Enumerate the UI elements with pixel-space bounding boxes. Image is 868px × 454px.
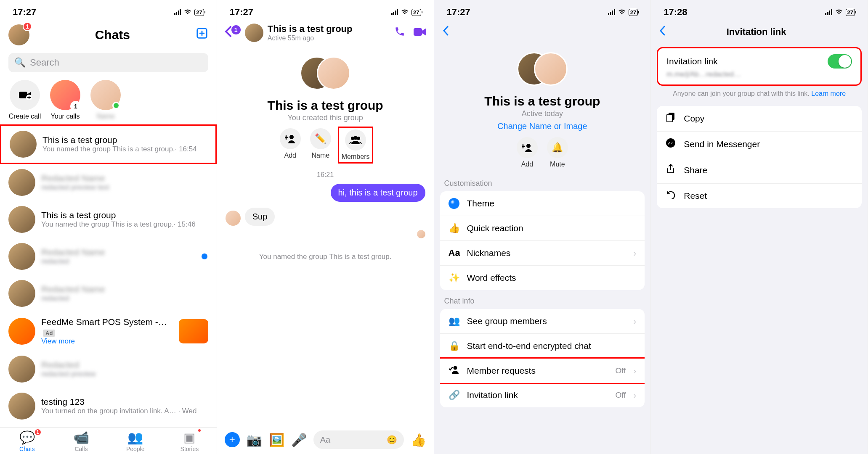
chat-name: testing 123 <box>41 397 208 407</box>
signal-icon <box>825 9 832 15</box>
chat-name: Redacted Name <box>41 247 208 257</box>
theme-row[interactable]: Theme <box>440 191 645 216</box>
people-icon: 👥 <box>127 430 143 445</box>
chevron-right-icon: › <box>634 391 637 400</box>
change-name-image-link[interactable]: Change Name or Image <box>497 121 587 131</box>
chat-row[interactable]: Redacted redacted preview <box>0 351 217 388</box>
share-row[interactable]: Share <box>657 157 862 184</box>
chat-row[interactable]: testing 123 You turned on the group invi… <box>0 388 217 425</box>
chevron-right-icon: › <box>634 366 637 376</box>
see-members-row[interactable]: 👥 See group members › <box>440 309 645 334</box>
chat-row[interactable]: Redacted Name redacted <box>0 275 217 312</box>
story-contact[interactable]: Name <box>89 80 122 120</box>
profile-avatar[interactable]: 1 <box>8 24 29 45</box>
member-requests-row[interactable]: Member requests Off › <box>440 357 645 384</box>
group-avatars[interactable] <box>300 53 350 95</box>
tab-label: Calls <box>74 446 88 452</box>
compose-icon[interactable] <box>196 27 208 43</box>
emoji-icon[interactable]: 😊 <box>387 435 397 445</box>
incoming-message[interactable]: Sup <box>245 208 275 226</box>
invitation-link-screen: 17:28 27 Invitation link Invitation link… <box>651 0 868 454</box>
message-input[interactable]: Aa 😊 <box>313 430 404 449</box>
encrypted-chat-row[interactable]: 🔒 Start end-to-end encrypted chat <box>440 334 645 359</box>
add-person-icon <box>517 137 538 158</box>
battery-icon: 27 <box>846 9 855 16</box>
member-avatar <box>534 52 568 86</box>
action-label: Name <box>311 152 329 159</box>
input-placeholder: Aa <box>320 435 330 445</box>
timestamp: 16:21 <box>217 171 434 179</box>
back-button[interactable] <box>434 22 651 42</box>
tab-chats[interactable]: 💬 Chats 1 <box>0 430 54 452</box>
tab-people[interactable]: 👥 People <box>108 430 162 452</box>
tab-calls[interactable]: 📹 Calls <box>54 430 109 452</box>
gallery-icon[interactable]: 🖼️ <box>269 433 284 447</box>
header-title-block[interactable]: This is a test group Active 55m ago <box>268 24 390 42</box>
row-label: Nicknames <box>467 248 511 258</box>
pencil-icon: ✏️ <box>310 128 331 149</box>
bell-icon: 🔔 <box>547 137 568 158</box>
row-label: See group members <box>467 316 547 326</box>
chat-row[interactable]: This is a test group You named the group… <box>0 124 217 164</box>
add-member-button[interactable]: Add <box>517 137 538 168</box>
invitation-link-row[interactable]: 🔗 Invitation link Off › <box>440 383 645 407</box>
thumbs-up-button[interactable]: 👍 <box>411 433 426 447</box>
svg-rect-3 <box>414 28 422 36</box>
more-actions-button[interactable]: + <box>225 432 240 447</box>
edit-name-button[interactable]: ✏️ Name <box>310 128 331 162</box>
outgoing-message[interactable]: hi, this is a test group <box>331 184 425 202</box>
video-call-button[interactable] <box>414 26 426 40</box>
row-label: Copy <box>684 114 704 124</box>
sender-avatar[interactable] <box>226 211 241 226</box>
header-avatar[interactable] <box>245 24 263 42</box>
section-header: Chat info <box>434 290 651 309</box>
members-button[interactable]: Members <box>338 127 374 164</box>
group-avatars[interactable] <box>517 49 568 91</box>
video-plus-icon <box>10 80 40 110</box>
camera-icon[interactable]: 📷 <box>247 433 262 447</box>
create-call-button[interactable]: Create call <box>8 80 41 120</box>
search-input[interactable]: 🔍 Search <box>8 53 208 72</box>
word-effects-row[interactable]: ✨ Word effects <box>440 266 645 290</box>
nicknames-row[interactable]: Aa Nicknames › <box>440 241 645 266</box>
messenger-icon <box>665 138 676 150</box>
group-settings-screen: 17:27 27 This is a test group Active tod… <box>434 0 651 454</box>
chat-avatar <box>8 393 35 420</box>
your-calls-button[interactable]: 1 Your calls <box>49 80 82 120</box>
send-messenger-row[interactable]: Send in Messenger <box>657 132 862 157</box>
ad-link[interactable]: View more <box>41 337 173 346</box>
chat-preview: redacted <box>41 257 208 266</box>
chat-avatar <box>10 131 37 158</box>
row-label: Theme <box>467 198 494 209</box>
invitation-url[interactable]: m.me/j/Ab…redacted… <box>666 70 852 79</box>
chevron-right-icon: › <box>634 248 637 258</box>
back-button[interactable]: 1 <box>225 26 231 40</box>
svg-point-7 <box>357 137 360 140</box>
status-icons: 27 <box>825 8 855 17</box>
chat-row[interactable]: Redacted Name redacted preview text <box>0 164 217 201</box>
learn-more-link[interactable]: Learn more <box>811 90 846 97</box>
member-avatar <box>317 56 350 90</box>
action-label: Members <box>342 153 370 161</box>
invitation-toggle[interactable] <box>828 54 852 69</box>
add-member-button[interactable]: Add <box>280 128 301 162</box>
mute-button[interactable]: 🔔 Mute <box>547 137 568 168</box>
copy-link-row[interactable]: Copy <box>657 106 862 132</box>
chat-row[interactable]: Redacted Name redacted <box>0 238 217 275</box>
row-label: Reset <box>684 191 707 201</box>
ad-title: FeedMe Smart POS System -…Ad <box>41 317 173 337</box>
tab-stories[interactable]: ▣ Stories <box>162 430 217 452</box>
wifi-icon <box>183 8 192 17</box>
wifi-icon <box>618 8 626 17</box>
video-icon: 📹 <box>74 430 89 445</box>
quick-reaction-row[interactable]: 👍 Quick reaction <box>440 216 645 241</box>
customisation-list: Theme 👍 Quick reaction Aa Nicknames › ✨ … <box>440 191 645 290</box>
reset-row[interactable]: Reset <box>657 184 862 208</box>
group-actions: Add ✏️ Name Members <box>280 128 371 162</box>
ad-row[interactable]: FeedMe Smart POS System -…Ad View more <box>0 312 217 351</box>
group-info-header: This is a test group You created this gr… <box>217 46 434 166</box>
audio-call-button[interactable] <box>394 26 405 40</box>
signal-icon <box>174 9 181 15</box>
chat-row[interactable]: This is a test group You named the group… <box>0 201 217 238</box>
microphone-icon[interactable]: 🎤 <box>291 433 307 447</box>
